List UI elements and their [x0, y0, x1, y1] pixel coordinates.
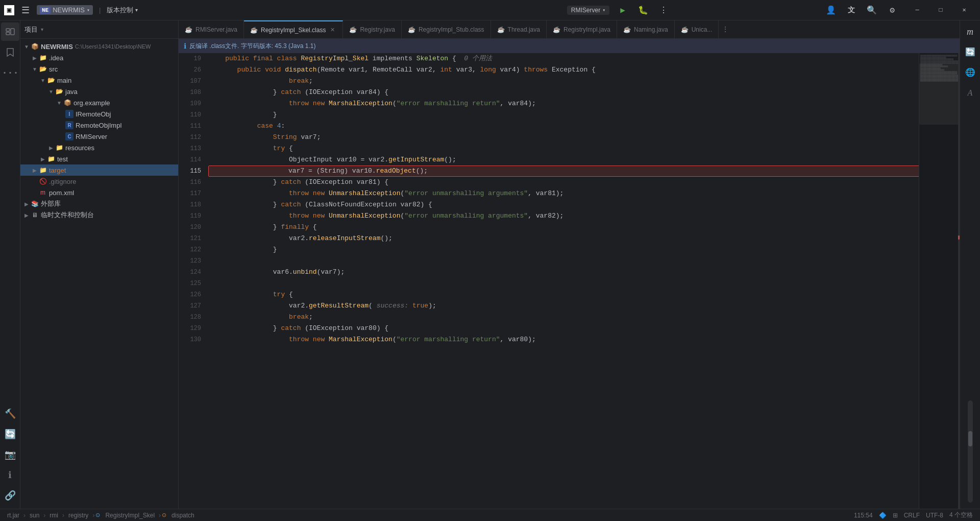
breadcrumb-class[interactable]: RegistryImpl_Skel — [102, 509, 158, 522]
more-run-button[interactable]: ⋮ — [656, 3, 671, 17]
breadcrumb-sun[interactable]: sun — [27, 509, 42, 522]
sidebar-item-project[interactable] — [1, 22, 19, 41]
titlebar-left: ▣ ☰ NE NEWRMIS ▾ | 版本控制 ▾ — [4, 3, 414, 17]
breadcrumb-rmi[interactable]: rmi — [46, 509, 61, 522]
list-item[interactable]: ▶ 📁 resources — [20, 142, 178, 153]
sidebar-item-git[interactable]: 🔗 — [1, 486, 19, 505]
list-item[interactable]: ▶ 📁 target — [20, 164, 178, 176]
user-button[interactable]: 👤 — [824, 3, 838, 17]
sidebar-item-bookmark[interactable] — [1, 43, 19, 61]
list-item[interactable]: ▶ 📁 test — [20, 153, 178, 164]
tab-label: Naming.java — [634, 26, 668, 33]
list-item[interactable]: I IRemoteObj — [20, 108, 178, 120]
search-button[interactable]: 🔍 — [865, 3, 879, 17]
vcs-button[interactable]: 版本控制 ▾ — [107, 6, 138, 15]
right-sidebar-font-button[interactable]: A — [961, 84, 979, 102]
code-line: ObjectInput var10 = var2.getInputStream(… — [209, 154, 919, 165]
list-item[interactable]: ▶ 🖥 临时文件和控制台 — [20, 209, 178, 221]
debug-button[interactable]: 🐛 — [636, 3, 650, 17]
close-tab-icon[interactable]: ✕ — [329, 26, 336, 34]
tabs-overflow-button[interactable]: ⋮ — [719, 20, 732, 38]
status-crlf[interactable]: CRLF — [901, 509, 923, 522]
titlebar-right-actions: 👤 文 🔍 ⚙ — □ ✕ — [824, 2, 976, 18]
line-num: 114 — [179, 154, 201, 165]
tab-naming[interactable]: ☕ Naming.java — [617, 20, 675, 38]
run-config-group[interactable]: RMIServer ▾ — [567, 6, 609, 15]
list-item[interactable]: ▼ 📂 src — [20, 63, 178, 75]
right-sidebar-m-button[interactable]: m — [961, 22, 979, 41]
sidebar-item-build[interactable]: 🔨 — [1, 405, 19, 423]
chevron-right-icon: ▶ — [47, 144, 55, 152]
folder-open-icon: 📂 — [47, 76, 55, 84]
minimize-button[interactable]: — — [905, 2, 929, 18]
sidebar-item-more[interactable]: ··· — [1, 63, 19, 82]
tab-thread[interactable]: ☕ Thread.java — [491, 20, 547, 38]
right-sidebar-globe-button[interactable]: 🌐 — [961, 63, 979, 82]
list-item[interactable]: m pom.xml — [20, 187, 178, 198]
tab-registryimpl-skel[interactable]: ☕ RegistryImpl_Skel.class ✕ — [244, 20, 343, 38]
tab-label: RegistryImpl_Skel.class — [261, 27, 326, 34]
tab-rmiserver[interactable]: ☕ RMIServer.java — [179, 20, 244, 38]
logo-badge: NE — [40, 7, 51, 14]
code-line: throw new UnmarshalException("error unma… — [209, 188, 919, 199]
list-item[interactable]: ▼ 📂 main — [20, 75, 178, 86]
code-line: } catch (IOException var84) { — [209, 87, 919, 98]
list-item[interactable]: ▼ 📂 java — [20, 86, 178, 97]
breadcrumb-registry[interactable]: registry — [65, 509, 91, 522]
list-item[interactable]: 🚫 .gitignore — [20, 176, 178, 187]
tree-label: RemoteObjImpl — [76, 122, 121, 129]
right-sidebar-refresh-button[interactable]: 🔄 — [961, 43, 979, 61]
line-num: 112 — [179, 132, 201, 143]
code-line-highlighted: var7 = (String) var10.readObject(); — [208, 165, 919, 177]
breadcrumb-sep: › — [92, 512, 94, 519]
hamburger-button[interactable]: ☰ — [18, 3, 33, 17]
close-button[interactable]: ✕ — [952, 2, 976, 18]
status-indent[interactable]: 4 个空格 — [946, 509, 976, 522]
project-logo[interactable]: NE NEWRMIS ▾ — [37, 5, 93, 15]
sidebar-item-problems[interactable]: ℹ — [1, 466, 19, 484]
tab-label: RegistryImpl.java — [564, 26, 610, 33]
breadcrumb-method[interactable]: dispatch — [168, 509, 198, 522]
tab-registry[interactable]: ☕ Registry.java — [343, 20, 401, 38]
translate-button[interactable]: 文 — [844, 3, 859, 17]
vcs-label: 版本控制 — [107, 6, 133, 15]
code-line: } catch (IOException var80) { — [209, 323, 919, 334]
right-sidebar: m 🔄 🌐 A — [960, 20, 980, 509]
tab-unica[interactable]: ☕ Unica... — [675, 20, 719, 38]
notification-text: 反编译 .class文件. 字节码版本: 45.3 (Java 1.1) — [189, 42, 315, 51]
list-item[interactable]: ▼ 📦 org.example — [20, 97, 178, 108]
line-num: 110 — [179, 109, 201, 121]
editor-area: ☕ RMIServer.java ☕ RegistryImpl_Skel.cla… — [179, 20, 960, 509]
tab-registryimpl[interactable]: ☕ RegistryImpl.java — [547, 20, 617, 38]
java-file-icon: ☕ — [553, 26, 560, 33]
code-line: break; — [209, 76, 919, 87]
code-content[interactable]: public final class RegistryImpl_Skel imp… — [205, 53, 919, 509]
tab-registryimpl-stub[interactable]: ☕ RegistryImpl_Stub.class — [402, 20, 491, 38]
code-line: case 4: — [209, 121, 919, 132]
chevron-down-icon: ▼ — [39, 76, 47, 84]
ms-status-icon[interactable]: ⊞ — [890, 509, 901, 522]
list-item[interactable]: C RMIServer — [20, 131, 178, 142]
sidebar-item-run[interactable]: 🔄 — [1, 425, 19, 443]
list-item[interactable]: ▶ 📚 外部库 — [20, 198, 178, 209]
tree-label: resources — [65, 144, 94, 152]
breadcrumb-rtjar[interactable]: rt.jar — [4, 509, 22, 522]
list-item[interactable]: ▶ 📁 .idea — [20, 52, 178, 63]
status-encoding[interactable]: UTF-8 — [923, 509, 946, 522]
code-line: throw new MarshalException("error marsha… — [209, 334, 919, 345]
code-line: } catch (ClassNotFoundException var82) { — [209, 199, 919, 210]
settings-button[interactable]: ⚙ — [885, 3, 899, 17]
line-num: 121 — [179, 233, 201, 244]
tab-label: RegistryImpl_Stub.class — [419, 26, 484, 33]
sidebar-item-notifications[interactable]: 📷 — [1, 445, 19, 464]
project-icon: 📦 — [31, 42, 39, 51]
list-item[interactable]: ▼ 📦 NEWRMIS C:\Users\14341\Desktop\NEW — [20, 41, 178, 52]
logo-chevron-icon: ▾ — [87, 7, 90, 13]
code-line: } finally { — [209, 222, 919, 233]
maximize-button[interactable]: □ — [929, 2, 952, 18]
chevron-down-icon: ▼ — [55, 99, 63, 107]
run-button[interactable]: ▶ — [616, 3, 630, 17]
jetbrains-status-icon[interactable]: 🔷 — [876, 509, 890, 522]
list-item[interactable]: R RemoteObjImpl — [20, 120, 178, 131]
minimap: ████████████████████████████████████████… — [919, 53, 960, 509]
